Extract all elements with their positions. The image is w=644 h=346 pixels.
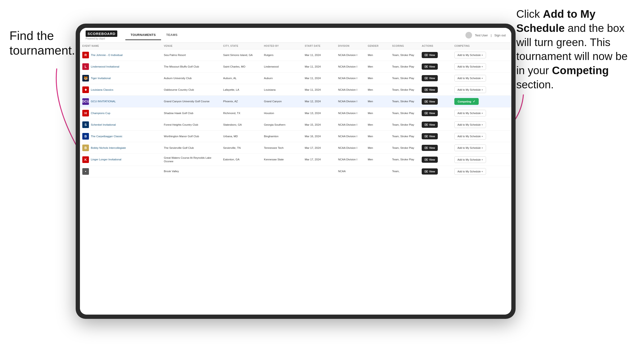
table-row: ⚜ Louisiana Classics Oakbourne Country C… <box>80 84 511 96</box>
venue-cell: Oakbourne Country Club <box>162 84 221 96</box>
event-name-cell: S Schenkel Invitational <box>80 119 162 131</box>
separator: | <box>491 33 492 37</box>
scoring-cell: Team, Stroke Play <box>390 61 419 72</box>
competing-cell[interactable]: Add to My Schedule + <box>452 72 511 84</box>
tablet-screen: SCOREBOARD Powered by clippd TOURNAMENTS… <box>80 28 511 315</box>
scoring-cell: Team, <box>390 166 419 177</box>
col-start-date: START DATE <box>302 43 336 49</box>
city-cell <box>221 166 262 177</box>
add-to-schedule-button[interactable]: Add to My Schedule + <box>454 121 486 128</box>
city-cell: Eatonton, GA <box>221 154 262 166</box>
hosted-cell: Rutgers <box>262 49 302 61</box>
actions-cell[interactable]: View <box>419 131 452 142</box>
add-to-schedule-button[interactable]: Add to My Schedule + <box>454 75 486 81</box>
col-gender: GENDER <box>366 43 390 49</box>
add-to-schedule-button[interactable]: Add to My Schedule + <box>454 110 486 116</box>
eye-icon <box>424 65 428 68</box>
division-cell: NCAA Division I <box>336 142 365 154</box>
view-button[interactable]: View <box>422 99 438 105</box>
competing-cell[interactable]: Add to My Schedule + <box>452 142 511 154</box>
add-to-schedule-button[interactable]: Add to My Schedule + <box>454 156 486 163</box>
view-button[interactable]: View <box>422 110 438 116</box>
table-row: B The Carpetbagger Classic Worthington M… <box>80 131 511 142</box>
actions-cell[interactable]: View <box>419 72 452 84</box>
city-cell: Richmond, TX <box>221 107 262 119</box>
svg-point-11 <box>426 101 427 102</box>
venue-cell: Forest Heights Country Club <box>162 119 221 131</box>
add-to-schedule-button[interactable]: Add to My Schedule + <box>454 168 486 175</box>
competing-button[interactable]: Competing ✓ <box>454 98 478 105</box>
division-cell: NCAA Division I <box>336 61 365 72</box>
city-cell: Auburn, AL <box>221 72 262 84</box>
view-button[interactable]: View <box>422 157 438 163</box>
tab-tournaments[interactable]: TOURNAMENTS <box>125 30 161 40</box>
actions-cell[interactable]: View <box>419 119 452 131</box>
scoring-cell: Team, Stroke Play <box>390 119 419 131</box>
col-competing: COMPETING <box>452 43 511 49</box>
col-scoring: SCORING <box>390 43 419 49</box>
tablet-device: SCOREBOARD Powered by clippd TOURNAMENTS… <box>76 24 516 319</box>
view-button[interactable]: View <box>422 145 438 151</box>
competing-cell[interactable]: Add to My Schedule + <box>452 107 511 119</box>
actions-cell[interactable]: View <box>419 84 452 96</box>
event-name: Louisiana Classics <box>91 88 113 92</box>
actions-cell[interactable]: View <box>419 107 452 119</box>
view-button[interactable]: View <box>422 133 438 139</box>
event-name-cell: GCU GCU INVITATIONAL <box>80 96 162 107</box>
view-button[interactable]: View <box>422 87 438 93</box>
col-division: DIVISION <box>336 43 365 49</box>
svg-point-7 <box>426 78 427 79</box>
tab-teams[interactable]: TEAMS <box>161 30 183 40</box>
date-cell: Mar 13, 2024 <box>302 107 336 119</box>
competing-cell[interactable]: Competing ✓ <box>452 96 511 107</box>
actions-cell[interactable]: View <box>419 154 452 166</box>
hosted-cell: Tennessee Tech <box>262 142 302 154</box>
date-cell: Mar 11, 2024 <box>302 61 336 72</box>
team-logo: B <box>82 133 89 140</box>
team-logo: K <box>82 156 89 163</box>
hosted-cell: Lindenwood <box>262 61 302 72</box>
competing-cell[interactable]: Add to My Schedule + <box>452 49 511 61</box>
team-logo: GCU <box>82 98 89 105</box>
competing-cell[interactable]: Add to My Schedule + <box>452 119 511 131</box>
top-bar: SCOREBOARD Powered by clippd TOURNAMENTS… <box>80 28 511 43</box>
gender-cell: Men <box>366 107 390 119</box>
actions-cell[interactable]: View <box>419 166 452 177</box>
add-to-schedule-button[interactable]: Add to My Schedule + <box>454 145 486 151</box>
add-to-schedule-button[interactable]: Add to My Schedule + <box>454 63 486 70</box>
date-cell: Mar 11, 2024 <box>302 49 336 61</box>
view-button[interactable]: View <box>422 169 438 174</box>
event-name: Lindenwood Invitational <box>91 65 119 68</box>
logo-subtitle: Powered by clippd <box>86 37 117 40</box>
actions-cell[interactable]: View <box>419 61 452 72</box>
date-cell: Mar 15, 2024 <box>302 119 336 131</box>
competing-cell[interactable]: Add to My Schedule + <box>452 84 511 96</box>
actions-cell[interactable]: View <box>419 142 452 154</box>
add-to-schedule-button[interactable]: Add to My Schedule + <box>454 52 486 58</box>
city-cell: Statesboro, GA <box>221 119 262 131</box>
sign-out-link[interactable]: Sign out <box>494 33 506 37</box>
view-button[interactable]: View <box>422 122 438 128</box>
col-actions: ACTIONS <box>419 43 452 49</box>
competing-cell[interactable]: Add to My Schedule + <box>452 166 511 177</box>
table-header-row: EVENT NAME VENUE CITY, STATE HOSTED BY S… <box>80 43 511 49</box>
division-cell: NCAA Division I <box>336 154 365 166</box>
svg-point-13 <box>426 113 427 114</box>
col-event-name: EVENT NAME <box>80 43 162 49</box>
checkmark-icon: ✓ <box>473 100 475 103</box>
competing-cell[interactable]: Add to My Schedule + <box>452 154 511 166</box>
event-name: Schenkel Invitational <box>91 123 116 127</box>
actions-cell[interactable]: View <box>419 96 452 107</box>
team-logo: H <box>82 110 89 116</box>
add-to-schedule-button[interactable]: Add to My Schedule + <box>454 86 486 93</box>
view-button[interactable]: View <box>422 75 438 81</box>
actions-cell[interactable]: View <box>419 49 452 61</box>
view-button[interactable]: View <box>422 63 438 70</box>
scoring-cell: Team, Stroke Play <box>390 96 419 107</box>
add-to-schedule-button[interactable]: Add to My Schedule + <box>454 133 486 140</box>
competing-cell[interactable]: Add to My Schedule + <box>452 131 511 142</box>
view-button[interactable]: View <box>422 52 438 58</box>
competing-cell[interactable]: Add to My Schedule + <box>452 61 511 72</box>
venue-cell: Brook Valley <box>162 166 221 177</box>
gender-cell <box>366 166 390 177</box>
